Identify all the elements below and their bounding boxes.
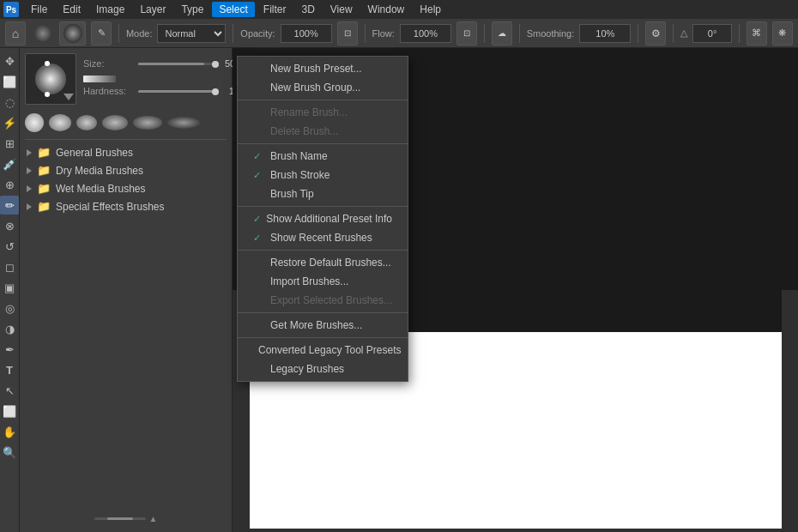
brush-group-dry-media[interactable]: 📁 Dry Media Brushes	[25, 161, 227, 179]
menu-edit[interactable]: Edit	[56, 2, 88, 17]
brush-panel: Size: 500 px Hardness:	[20, 48, 233, 532]
context-menu-item-new-brush-group[interactable]: New Brush Group...	[238, 78, 408, 97]
opacity-label: Opacity:	[240, 28, 275, 39]
expand-icon-wet	[27, 185, 32, 192]
label-brush-name: Brush Name	[270, 150, 392, 162]
brush-preview-dot-top	[45, 61, 50, 66]
settings-button[interactable]: ⚙	[645, 21, 666, 45]
separator-after-get-more-brushes	[238, 337, 408, 338]
eraser-tool[interactable]: ◻	[0, 257, 19, 276]
expand-icon-dry	[27, 167, 32, 174]
brush-size-indicator[interactable]	[59, 21, 86, 45]
shape-tool[interactable]: ⬜	[0, 402, 19, 420]
context-menu-item-restore-default-brushes[interactable]: Restore Default Brushes...	[238, 253, 408, 272]
brush-tip-4[interactable]	[102, 115, 128, 130]
menu-file[interactable]: File	[24, 2, 54, 17]
separator-3	[365, 24, 366, 43]
text-tool[interactable]: T	[0, 360, 19, 379]
angle-input[interactable]	[692, 24, 732, 43]
label-converted-legacy-tool-presets: Converted Legacy Tool Presets	[258, 344, 402, 356]
gradient-tool[interactable]: ▣	[0, 278, 19, 297]
symmetry-button[interactable]: ⌘	[747, 21, 767, 45]
crop-tool[interactable]: ⊞	[0, 134, 19, 153]
hardness-label: Hardness:	[83, 86, 135, 96]
brush-group-special-effects[interactable]: 📁 Special Effects Brushes	[25, 197, 227, 215]
scroll-arrow: ▲	[149, 514, 158, 523]
flow-pressure-button[interactable]: ⊡	[456, 21, 477, 45]
context-menu-item-new-brush-preset[interactable]: New Brush Preset...	[238, 59, 408, 78]
context-menu-item-legacy-brushes[interactable]: Legacy Brushes	[238, 360, 408, 378]
context-menu-item-brush-name[interactable]: ✓Brush Name	[238, 147, 408, 166]
dodge-tool[interactable]: ◑	[0, 319, 19, 338]
blur-tool[interactable]: ◎	[0, 299, 19, 317]
checkmark-brush-name: ✓	[253, 151, 265, 162]
options-toolbar: ⌂ ✎ Mode: Normal Opacity: ⊡ Flow: ⊡ ☁ Sm…	[0, 19, 798, 48]
menu-help[interactable]: Help	[413, 2, 448, 17]
context-menu-item-show-additional-preset-info[interactable]: ✓Show Additional Preset Info	[238, 209, 408, 228]
menu-select[interactable]: Select	[212, 2, 254, 17]
scroll-track[interactable]	[94, 517, 146, 520]
menu-image[interactable]: Image	[89, 2, 131, 17]
menu-layer[interactable]: Layer	[133, 2, 172, 17]
pen-tool[interactable]: ✒	[0, 340, 19, 359]
separator-after-delete-brush	[238, 143, 408, 144]
path-selection-tool[interactable]: ↖	[0, 381, 19, 400]
separator-4	[484, 24, 485, 43]
brush-preview-area	[25, 53, 76, 105]
expand-icon-general	[27, 149, 32, 156]
hardness-slider[interactable]	[138, 90, 215, 93]
brush-preview-dot-bottom	[45, 92, 50, 97]
brush-tip-6[interactable]	[167, 117, 200, 129]
menu-filter[interactable]: Filter	[257, 2, 293, 17]
zoom-tool[interactable]: 🔍	[0, 443, 19, 462]
brush-tip-5[interactable]	[133, 116, 162, 130]
history-brush-tool[interactable]: ↺	[0, 237, 19, 256]
hand-tool[interactable]: ✋	[0, 422, 19, 441]
brush-tool-preview[interactable]	[31, 21, 54, 45]
menu-type[interactable]: Type	[174, 2, 210, 17]
brush-tool[interactable]: ✏	[0, 196, 19, 215]
folder-icon-wet: 📁	[37, 182, 51, 195]
label-import-brushes: Import Brushes...	[270, 275, 392, 287]
mode-dropdown[interactable]: Normal	[157, 24, 226, 43]
context-menu-item-get-more-brushes[interactable]: Get More Brushes...	[238, 316, 408, 335]
context-menu-item-converted-legacy-tool-presets[interactable]: Converted Legacy Tool Presets	[238, 341, 408, 360]
flow-input[interactable]	[400, 24, 451, 43]
context-menu-item-show-recent-brushes[interactable]: ✓Show Recent Brushes	[238, 228, 408, 247]
brush-tip-2[interactable]	[49, 114, 71, 131]
context-menu-item-brush-tip[interactable]: Brush Tip	[238, 184, 408, 203]
hardness-row: Hardness: 100%	[83, 86, 253, 96]
quick-select-tool[interactable]: ⚡	[0, 113, 19, 132]
brush-group-general[interactable]: 📁 General Brushes	[25, 143, 227, 161]
clone-stamp-tool[interactable]: ⊗	[0, 216, 19, 235]
opacity-pressure-button[interactable]: ⊡	[337, 21, 358, 45]
separator-after-export-selected-brushes	[238, 312, 408, 313]
move-tool[interactable]: ✥	[0, 51, 19, 70]
label-brush-stroke: Brush Stroke	[270, 169, 392, 181]
label-brush-tip: Brush Tip	[270, 188, 392, 200]
context-menu-item-import-brushes[interactable]: Import Brushes...	[238, 272, 408, 291]
brush-settings-button[interactable]: ✎	[91, 21, 112, 45]
rectangular-marquee-tool[interactable]: ⬜	[0, 72, 19, 91]
menu-view[interactable]: View	[323, 2, 360, 17]
context-menu-item-brush-stroke[interactable]: ✓Brush Stroke	[238, 166, 408, 184]
opacity-input[interactable]	[281, 24, 332, 43]
menu-3d[interactable]: 3D	[294, 2, 321, 17]
extra-button[interactable]: ❋	[772, 21, 793, 45]
label-legacy-brushes: Legacy Brushes	[270, 363, 392, 375]
label-delete-brush: Delete Brush...	[270, 125, 392, 137]
scroll-indicator: ▲	[25, 511, 227, 527]
lasso-tool[interactable]: ◌	[0, 93, 19, 112]
spot-healing-tool[interactable]: ⊕	[0, 175, 19, 194]
size-slider[interactable]	[138, 63, 215, 65]
brush-tip-1[interactable]	[25, 113, 44, 132]
smoothing-input[interactable]	[579, 24, 631, 43]
home-button[interactable]: ⌂	[5, 21, 26, 45]
label-new-brush-group: New Brush Group...	[270, 82, 392, 94]
menu-window[interactable]: Window	[361, 2, 412, 17]
separator-1	[118, 24, 119, 43]
airbrush-button[interactable]: ☁	[492, 21, 512, 45]
brush-group-wet-media[interactable]: 📁 Wet Media Brushes	[25, 179, 227, 197]
brush-tip-3[interactable]	[76, 115, 97, 130]
eyedropper-tool[interactable]: 💉	[0, 154, 19, 173]
